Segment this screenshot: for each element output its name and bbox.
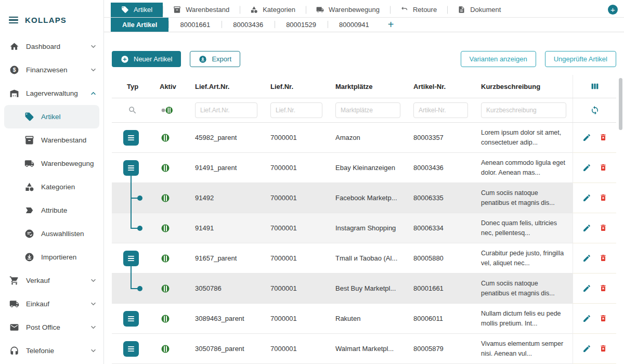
sidebar-item-post-office[interactable]: Post Office xyxy=(0,316,103,339)
sidebar-item-label: Attribute xyxy=(41,206,67,214)
artikel-nr-cell: 80001661 xyxy=(407,284,474,292)
subtab-label: 80000941 xyxy=(339,21,369,29)
sidebar-item-attribute[interactable]: Attribute xyxy=(0,199,103,222)
tab-label: Retoure xyxy=(413,6,437,14)
tab-kategorien[interactable]: Kategorien xyxy=(240,3,306,17)
active-status-icon xyxy=(161,314,170,323)
delete-button[interactable] xyxy=(599,344,607,353)
export-button[interactable]: Export xyxy=(190,51,240,67)
edit-button[interactable] xyxy=(582,193,591,202)
vertical-scrollbar[interactable] xyxy=(619,78,622,130)
tab-warenbewegung[interactable]: Warenbewegung xyxy=(306,3,390,17)
menu-icon[interactable] xyxy=(9,17,18,24)
lief-art-nr-cell: 3050786_parent xyxy=(188,345,264,353)
category-shapes-icon xyxy=(24,182,34,192)
column-header-artikel-nr[interactable]: Artikel-Nr. xyxy=(407,83,474,90)
table-row[interactable]: 91657_parent 7000001 Tmall и Taobao (Al.… xyxy=(112,243,616,274)
refresh-icon[interactable] xyxy=(590,106,600,115)
sidebar-item-label: Kategorien xyxy=(41,183,75,191)
table-header: Typ Aktiv Lief.Art.Nr. Lief.Nr. Marktplä… xyxy=(112,75,616,98)
sidebar-item-auswahllisten[interactable]: Auswahllisten xyxy=(0,222,103,245)
sidebar-item-label: Post Office xyxy=(26,323,60,331)
active-filter-toggle-icon[interactable] xyxy=(153,106,188,115)
refresh-cell xyxy=(573,98,616,122)
column-header-typ[interactable]: Typ xyxy=(112,83,153,90)
edit-button[interactable] xyxy=(582,284,591,293)
new-article-button[interactable]: Neuer Artikel xyxy=(112,51,181,67)
filter-kurzbeschreibung-input[interactable] xyxy=(481,102,566,118)
subtab-80003436[interactable]: 80003436 xyxy=(222,18,275,32)
delete-button[interactable] xyxy=(599,284,607,292)
tab-dokument[interactable]: Dokument xyxy=(447,3,511,17)
table-row[interactable]: 91492 7000001 Facebook Marketp... 800063… xyxy=(112,183,616,213)
sidebar-item-verkauf[interactable]: Verkauf xyxy=(0,269,103,292)
tab-artikel[interactable]: Artikel xyxy=(111,3,163,17)
filter-artikel-nr-input[interactable] xyxy=(413,102,468,118)
delete-button[interactable] xyxy=(599,163,607,172)
table-row[interactable]: 3050786 7000001 Best Buy Marketpl... 800… xyxy=(112,274,616,304)
edit-button[interactable] xyxy=(582,163,591,172)
edit-button[interactable] xyxy=(582,254,591,263)
tab-warenbestand[interactable]: Warenbestand xyxy=(163,3,240,17)
sidebar-item-artikel[interactable]: Artikel xyxy=(4,105,99,128)
active-status-icon xyxy=(161,254,170,263)
sidebar-item-lagerverwaltung[interactable]: Lagerverwaltung xyxy=(0,82,103,105)
table-row[interactable]: 91491 7000001 Instagram Shopping 8000633… xyxy=(112,213,616,243)
filter-lief-nr-input[interactable] xyxy=(270,102,322,118)
delete-button[interactable] xyxy=(599,224,607,232)
subtab-80001661[interactable]: 80001661 xyxy=(168,18,222,32)
article-type-list-icon[interactable] xyxy=(123,251,139,266)
sidebar-item-label: Lagerverwaltung xyxy=(26,89,78,97)
column-header-kurzbeschreibung[interactable]: Kurzbeschreibung xyxy=(474,83,573,90)
delete-button[interactable] xyxy=(599,314,607,322)
sidebar-item-label: Importieren xyxy=(41,253,76,261)
edit-button[interactable] xyxy=(582,224,591,232)
subtab-80000941[interactable]: 80000941 xyxy=(328,18,381,32)
columns-icon[interactable] xyxy=(590,82,600,91)
unchecked-articles-button[interactable]: Ungeprüfte Artikel xyxy=(545,51,616,67)
article-type-list-icon[interactable] xyxy=(123,311,139,327)
search-icon[interactable] xyxy=(112,106,153,115)
tab-retoure[interactable]: Retoure xyxy=(390,3,447,17)
sidebar-item-warenbewegung[interactable]: Warenbewegung xyxy=(0,152,103,175)
svg-text:$: $ xyxy=(12,67,16,73)
delete-button[interactable] xyxy=(599,254,607,262)
table-row[interactable]: 3050786_parent 7000001 Walmart Marketpl.… xyxy=(112,334,616,364)
column-header-lief-art-nr[interactable]: Lief.Art.Nr. xyxy=(188,83,264,90)
table-row[interactable]: 91491_parent 7000001 Ebay Kleinanzeigen … xyxy=(112,153,616,183)
shipping-truck-icon xyxy=(9,299,19,309)
article-type-list-icon[interactable] xyxy=(123,160,139,176)
filter-lief-art-nr-input[interactable] xyxy=(195,102,257,118)
artikel-nr-cell: 80006335 xyxy=(407,194,474,202)
article-type-list-icon[interactable] xyxy=(123,130,139,146)
marktplatz-cell: Ebay Kleinanzeigen xyxy=(329,164,407,172)
table-row[interactable]: 3089463_parent 7000001 Rakuten 80006011 … xyxy=(112,304,616,334)
filter-marktplaetze-input[interactable] xyxy=(335,102,400,118)
artikel-nr-cell: 80006011 xyxy=(407,315,474,322)
column-header-marktplaetze[interactable]: Marktplätze xyxy=(329,83,407,90)
table-row[interactable]: 45982_parent 7000001 Amazon 80003357 Lor… xyxy=(112,123,616,153)
edit-button[interactable] xyxy=(582,344,591,353)
subtab-80001529[interactable]: 80001529 xyxy=(275,18,328,32)
chevron-up-icon xyxy=(90,92,96,95)
sidebar-item-dashboard[interactable]: Dashboard xyxy=(0,35,103,58)
add-module-tab-button[interactable]: + xyxy=(608,5,618,15)
sidebar-item-importieren[interactable]: Importieren xyxy=(0,245,103,269)
add-article-tab-button[interactable]: + xyxy=(381,18,401,32)
edit-button[interactable] xyxy=(582,133,591,142)
lief-nr-cell: 7000001 xyxy=(264,345,329,353)
sidebar-item-telefonie[interactable]: Telefonie xyxy=(0,339,103,362)
sidebar-item-einkauf[interactable]: Einkauf xyxy=(0,292,103,316)
sidebar-item-kategorien[interactable]: Kategorien xyxy=(0,175,103,199)
sidebar-item-finanzwesen[interactable]: $ Finanzwesen xyxy=(0,58,103,82)
show-variants-button[interactable]: Varianten anzeigen xyxy=(461,51,536,67)
column-header-aktiv[interactable]: Aktiv xyxy=(153,83,188,90)
article-type-list-icon[interactable] xyxy=(123,341,139,357)
sidebar-item-warenbestand[interactable]: Warenbestand xyxy=(0,128,103,152)
active-status-icon xyxy=(161,224,170,233)
column-header-lief-nr[interactable]: Lief.Nr. xyxy=(264,83,329,90)
subtab-alle-artikel[interactable]: Alle Artikel xyxy=(111,18,168,32)
edit-button[interactable] xyxy=(582,314,591,323)
delete-button[interactable] xyxy=(599,133,607,141)
delete-button[interactable] xyxy=(599,193,607,202)
